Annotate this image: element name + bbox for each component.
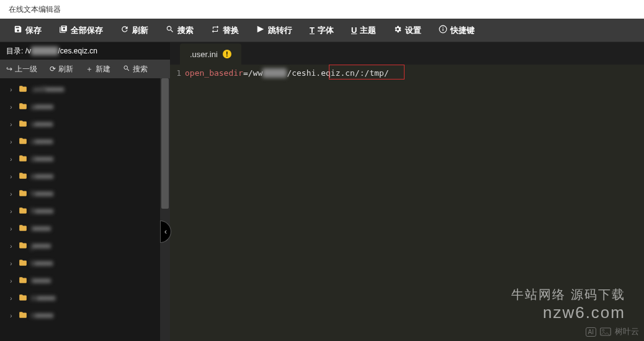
brand-badge: AI 树叶云 <box>586 326 639 337</box>
folder-label: j■■■■ <box>31 242 51 250</box>
folder-label: i■■■■ <box>31 224 51 233</box>
settings-button[interactable]: 设置 <box>385 19 430 42</box>
search-button[interactable]: 搜索 <box>157 19 202 42</box>
folder-label: m■■■■ <box>31 294 55 302</box>
chevron-right-icon: › <box>10 294 15 302</box>
new-button[interactable]: ＋ 新建 <box>79 60 117 78</box>
theme-icon: U <box>351 25 357 35</box>
folder-icon <box>19 120 27 129</box>
tree-item[interactable]: ›d■■■■ <box>0 150 170 168</box>
theme-button[interactable]: U 主题 <box>342 19 385 42</box>
tree-item[interactable]: ›l■■■■ <box>0 272 170 289</box>
sidebar-search-button[interactable]: 搜索 <box>117 60 154 78</box>
shortcuts-button[interactable]: 快捷键 <box>430 19 483 42</box>
goto-line-button[interactable]: 跳转行 <box>248 19 301 42</box>
folder-icon <box>19 155 27 164</box>
tree-item[interactable]: ›e■■■■ <box>0 168 170 185</box>
folder-label: k■■■■ <box>31 259 53 268</box>
folder-icon <box>19 102 27 112</box>
refresh-icon <box>120 25 129 35</box>
folder-icon <box>19 242 27 251</box>
folder-label: c■■■■ <box>31 137 53 146</box>
save-button[interactable]: 保存 <box>5 19 50 42</box>
line-gutter: 1 <box>170 65 185 341</box>
folder-label: e■■■■ <box>31 172 53 181</box>
line-number: 1 <box>170 67 181 80</box>
folder-label: l■■■■ <box>31 276 51 285</box>
save-icon <box>14 25 22 35</box>
tree-item[interactable]: ›j■■■■ <box>0 237 170 255</box>
tree-item[interactable]: ›c■■■■ <box>0 133 170 150</box>
replace-button[interactable]: 替换 <box>202 19 248 42</box>
font-icon: T <box>310 25 315 35</box>
replace-icon <box>211 25 220 35</box>
tree-item[interactable]: ›h■■■■ <box>0 202 170 220</box>
folder-icon <box>19 259 27 268</box>
tree-item[interactable]: ›m■■■■ <box>0 289 170 307</box>
refresh-icon: ⟳ <box>50 65 56 73</box>
svg-point-2 <box>443 27 444 28</box>
keyword: open_basedir <box>185 68 243 78</box>
main-toolbar: 保存 全部保存 刷新 搜索 替换 跳转行 T 字体 U 主题 <box>0 19 644 42</box>
warning-icon: ! <box>223 50 231 58</box>
file-sidebar: 目录: /v■■■■■■/ces.eqiz.cn ↪ 上一级 ⟳ 刷新 ＋ 新建… <box>0 42 170 341</box>
info-icon <box>439 25 447 35</box>
chevron-right-icon: › <box>10 173 15 180</box>
chevron-right-icon: › <box>10 225 15 232</box>
watermark: 牛站网络 源码下载 nzw6.com <box>511 286 625 322</box>
save-all-icon <box>59 25 68 35</box>
tab-label: .user.ini <box>190 50 218 59</box>
tree-item[interactable]: ›n■■■■ <box>0 307 170 324</box>
chevron-right-icon: › <box>10 86 15 93</box>
share-icon: ↪ <box>6 65 12 73</box>
search-icon <box>166 25 174 35</box>
window-title-bar: 在线文本编辑器 <box>0 0 644 19</box>
tab-user-ini[interactable]: .user.ini ! <box>180 43 241 65</box>
folder-label: h■■■■ <box>31 189 53 198</box>
search-icon <box>123 65 130 74</box>
refresh-button[interactable]: 刷新 <box>112 19 157 42</box>
tree-item[interactable]: ›h■■■■ <box>0 185 170 202</box>
code-line-1[interactable]: open_basedir=/ww■■■■■/ceshi.eqiz.cn/:/tm… <box>185 67 644 80</box>
chevron-right-icon: › <box>10 312 15 319</box>
tree-item[interactable]: ›k■■■■ <box>0 255 170 272</box>
chevron-left-icon: ‹ <box>164 227 167 236</box>
chevron-right-icon: › <box>10 260 15 267</box>
folder-icon <box>19 189 27 199</box>
chevron-right-icon: › <box>10 190 15 198</box>
folder-icon <box>19 85 27 94</box>
ai-badge: AI <box>586 327 596 337</box>
svg-rect-1 <box>443 29 444 31</box>
save-all-button[interactable]: 全部保存 <box>50 19 112 42</box>
folder-icon <box>19 311 27 321</box>
sidebar-toolbar: ↪ 上一级 ⟳ 刷新 ＋ 新建 搜索 <box>0 60 170 78</box>
folder-label: s■■■■ <box>31 120 53 129</box>
tree-item[interactable]: ›s■■■■ <box>0 116 170 133</box>
folder-label: .well■■■■ <box>31 85 64 94</box>
window-title: 在线文本编辑器 <box>9 4 61 15</box>
tree-item[interactable]: ›i■■■■ <box>0 220 170 237</box>
sidebar-refresh-button[interactable]: ⟳ 刷新 <box>43 60 79 78</box>
font-button[interactable]: T 字体 <box>301 19 342 42</box>
chevron-right-icon: › <box>10 120 15 128</box>
chevron-right-icon: › <box>10 277 15 284</box>
tree-item[interactable]: ›a■■■■ <box>0 98 170 116</box>
folder-icon <box>19 276 27 286</box>
chevron-right-icon: › <box>10 103 15 111</box>
folder-label: d■■■■ <box>31 155 53 163</box>
current-path: 目录: /v■■■■■■/ces.eqiz.cn <box>0 42 170 60</box>
svg-point-4 <box>602 329 604 331</box>
up-level-button[interactable]: ↪ 上一级 <box>0 60 43 78</box>
tree-item[interactable]: ›.well■■■■ <box>0 81 170 98</box>
main-area: 目录: /v■■■■■■/ces.eqiz.cn ↪ 上一级 ⟳ 刷新 ＋ 新建… <box>0 42 644 341</box>
file-tree[interactable]: ›.well■■■■›a■■■■›s■■■■›c■■■■›d■■■■›e■■■■… <box>0 78 170 341</box>
folder-icon <box>19 172 27 181</box>
plus-icon: ＋ <box>86 64 93 75</box>
sidebar-scrollbar[interactable] <box>160 78 170 341</box>
scrollbar-thumb[interactable] <box>161 78 169 209</box>
folder-label: a■■■■ <box>31 102 53 111</box>
chevron-right-icon: › <box>10 155 15 163</box>
folder-icon <box>19 224 27 234</box>
editor-pane: .user.ini ! 1 open_basedir=/ww■■■■■/cesh… <box>170 42 644 341</box>
chevron-right-icon: › <box>10 242 15 250</box>
